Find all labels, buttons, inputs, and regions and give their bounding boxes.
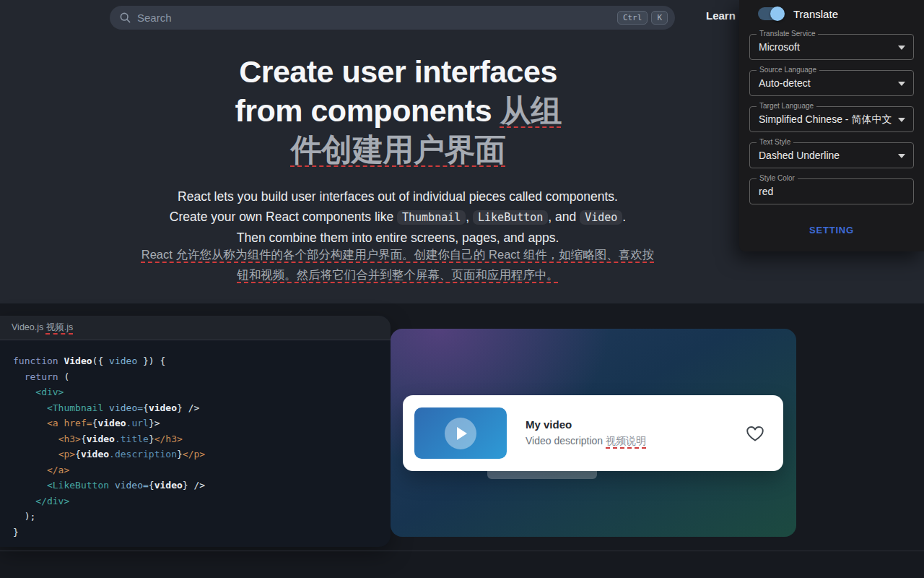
- page-title: Create user interfaces from components 从…: [0, 52, 796, 169]
- preview-panel: My video Video description 视频说明: [391, 329, 796, 537]
- chevron-down-icon: [898, 118, 905, 122]
- field-source-language[interactable]: Source LanguageAuto-detect: [749, 70, 914, 96]
- hero-paragraph: React lets you build user interfaces out…: [66, 186, 730, 248]
- keyboard-shortcut: Ctrl K: [617, 11, 668, 25]
- search-icon: [120, 12, 131, 23]
- search-placeholder: Search: [137, 12, 617, 24]
- para-line2-prefix: Create your own React components like: [170, 210, 397, 224]
- code-line: return (: [13, 369, 391, 385]
- key-k: K: [651, 11, 668, 25]
- field-label: Text Style: [757, 138, 793, 146]
- video-title: My video: [526, 418, 746, 431]
- code-line: }: [13, 525, 391, 540]
- sandbox-section: Video.js 视频.js function Video({ video })…: [0, 303, 924, 578]
- code-chip-likebutton: LikeButton: [473, 210, 548, 225]
- para-end: .: [622, 210, 626, 224]
- code-lines[interactable]: function Video({ video }) { return ( <di…: [0, 340, 391, 540]
- setting-link[interactable]: SETTING: [739, 225, 924, 236]
- play-icon: [445, 418, 476, 449]
- title-line2-zh: 从组: [500, 93, 562, 128]
- field-value: Auto-detect: [759, 77, 811, 89]
- code-line: function Video({ video }) {: [13, 353, 391, 369]
- search-input[interactable]: Search Ctrl K: [110, 6, 675, 30]
- react-docs-page: Search Ctrl K Learn Create user interfac…: [0, 0, 924, 578]
- chevron-down-icon: [898, 46, 905, 50]
- code-line: <div>: [13, 384, 391, 400]
- chevron-down-icon: [898, 82, 905, 86]
- para-sep: ,: [466, 210, 473, 224]
- video-desc-en: Video description: [526, 435, 606, 447]
- field-label: Target Language: [757, 102, 816, 110]
- translate-extension-panel: Translate Translate ServiceMicrosoftSour…: [739, 0, 924, 251]
- video-card: My video Video description 视频说明: [403, 395, 783, 471]
- field-value: Simplified Chinese - 简体中文: [759, 113, 892, 126]
- title-line3-zh: 件创建用户界面: [291, 132, 506, 167]
- code-chip-video: Video: [580, 210, 622, 225]
- field-label: Style Color: [757, 174, 798, 182]
- toggle-knob: [770, 7, 785, 21]
- code-line: <h3>{video.title}</h3>: [13, 431, 391, 447]
- field-text-style[interactable]: Text StyleDashed Underline: [749, 142, 914, 168]
- hero-paragraph-translated: React 允许您从称为组件的各个部分构建用户界面。创建你自己的 React 组…: [138, 244, 658, 285]
- toggle-track: [758, 7, 784, 20]
- heart-icon: [746, 425, 764, 442]
- field-target-language[interactable]: Target LanguageSimplified Chinese - 简体中文: [749, 106, 914, 132]
- code-editor[interactable]: Video.js 视频.js function Video({ video })…: [0, 316, 391, 547]
- video-thumbnail[interactable]: [414, 407, 507, 459]
- field-label: Translate Service: [757, 30, 818, 38]
- code-tab-bar: Video.js 视频.js: [0, 316, 391, 340]
- field-value: Microsoft: [759, 41, 800, 53]
- tab-video-js[interactable]: Video.js 视频.js: [12, 322, 73, 334]
- field-style-color[interactable]: Style Colorred: [749, 178, 914, 204]
- tab-label-en: Video.js: [12, 322, 46, 332]
- title-line2-en: from components: [235, 93, 500, 128]
- tab-label-zh: 视频.js: [46, 322, 74, 332]
- field-value: Dashed Underline: [759, 150, 840, 161]
- field-translate-service[interactable]: Translate ServiceMicrosoft: [749, 34, 914, 60]
- para-line3: Then combine them into entire screens, p…: [237, 230, 559, 245]
- chevron-down-icon: [898, 154, 905, 158]
- code-chip-thumbnail: Thumbnail: [397, 210, 466, 225]
- video-card-text: My video Video description 视频说明: [526, 418, 746, 448]
- title-line1: Create user interfaces: [239, 54, 557, 89]
- code-line: </div>: [13, 493, 391, 509]
- like-button[interactable]: [746, 425, 764, 442]
- code-line: <Thumbnail video={video} />: [13, 400, 391, 416]
- video-description: Video description 视频说明: [526, 435, 746, 448]
- field-value: red: [759, 186, 773, 197]
- para-line1: React lets you build user interfaces out…: [178, 189, 618, 204]
- code-line: <LikeButton video={video} />: [13, 478, 391, 493]
- code-line: );: [13, 509, 391, 525]
- translate-toggle-label: Translate: [793, 8, 838, 20]
- code-line: <p>{video.description}</p>: [13, 447, 391, 462]
- code-line: <a href={video.url}>: [13, 415, 391, 431]
- video-desc-zh: 视频说明: [606, 435, 646, 447]
- code-line: </a>: [13, 462, 391, 478]
- translate-fields: Translate ServiceMicrosoftSource Languag…: [739, 34, 924, 215]
- field-label: Source Language: [757, 66, 819, 74]
- translate-toggle[interactable]: Translate: [758, 7, 838, 20]
- key-ctrl: Ctrl: [617, 11, 648, 25]
- section-divider: [0, 551, 924, 551]
- nav-link-learn[interactable]: Learn: [706, 9, 736, 22]
- para-sep: , and: [548, 210, 580, 224]
